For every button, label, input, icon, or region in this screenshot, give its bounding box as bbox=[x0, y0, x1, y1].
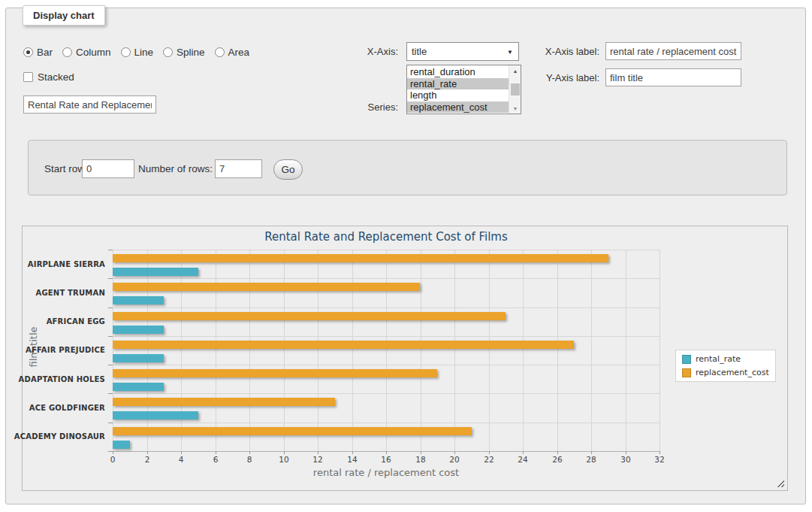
bar-rental_rate[interactable] bbox=[113, 411, 198, 420]
gridline bbox=[454, 250, 455, 451]
series-option-length[interactable]: length bbox=[407, 89, 509, 101]
xaxis-tick-label: 12 bbox=[303, 455, 333, 464]
radio-icon[interactable] bbox=[215, 47, 225, 57]
gridline bbox=[660, 250, 660, 451]
series-option-replacement_cost[interactable]: replacement_cost bbox=[407, 101, 509, 114]
gridline bbox=[523, 250, 524, 451]
legend-item-rental_rate[interactable]: rental_rate bbox=[682, 354, 769, 364]
bar-rental_rate[interactable] bbox=[113, 326, 164, 334]
axis-tick bbox=[557, 451, 558, 454]
chart-type-option-area[interactable]: Area bbox=[215, 47, 250, 58]
radio-icon[interactable] bbox=[163, 47, 173, 57]
series-option-rental_rate[interactable]: rental_rate bbox=[407, 78, 509, 90]
radio-label: Bar bbox=[37, 47, 53, 58]
gridline bbox=[489, 250, 490, 451]
radio-label: Column bbox=[76, 47, 111, 58]
legend-label: replacement_cost bbox=[696, 368, 769, 377]
scroll-down-icon[interactable]: ▼ bbox=[509, 103, 521, 114]
axis-tick bbox=[147, 451, 148, 454]
axis-tick bbox=[108, 278, 113, 279]
category-label: ACADEMY DINOSAUR bbox=[29, 423, 105, 451]
axis-tick bbox=[108, 393, 113, 394]
gridline bbox=[113, 336, 660, 337]
chart-type-option-line[interactable]: Line bbox=[121, 47, 154, 58]
xaxis-tick-label: 16 bbox=[371, 455, 401, 464]
xaxis-label-input[interactable] bbox=[605, 42, 741, 60]
xaxis-tick-label: 22 bbox=[474, 455, 504, 464]
start-row-input[interactable] bbox=[82, 159, 134, 178]
bar-replacement_cost[interactable] bbox=[113, 283, 420, 291]
row-controls-panel: Start row: Number of rows: Go bbox=[28, 140, 787, 195]
xaxis-tick-label: 0 bbox=[98, 455, 128, 464]
axis-tick bbox=[108, 423, 113, 423]
bar-rental_rate[interactable] bbox=[113, 296, 164, 304]
bar-replacement_cost[interactable] bbox=[113, 341, 574, 349]
category-label: AIRPLANE SIERRA bbox=[29, 250, 105, 278]
xaxis-select-value: title bbox=[412, 46, 427, 57]
gridline bbox=[352, 250, 353, 451]
bar-replacement_cost[interactable] bbox=[113, 254, 608, 262]
radio-icon[interactable] bbox=[23, 47, 33, 57]
bar-rental_rate[interactable] bbox=[113, 268, 198, 276]
chart-title-input[interactable] bbox=[23, 95, 156, 114]
radio-icon[interactable] bbox=[62, 47, 72, 57]
go-button[interactable]: Go bbox=[273, 159, 303, 180]
chart-type-option-column[interactable]: Column bbox=[62, 47, 111, 58]
axis-tick bbox=[108, 365, 113, 365]
radio-label: Spline bbox=[177, 47, 205, 58]
axis-tick bbox=[108, 336, 113, 337]
chart-type-option-spline[interactable]: Spline bbox=[163, 47, 205, 58]
axis-tick bbox=[489, 451, 490, 454]
axis-tick bbox=[113, 451, 113, 454]
category-label: ADAPTATION HOLES bbox=[29, 365, 105, 393]
xaxis-select[interactable]: title ▼ bbox=[406, 42, 519, 61]
gridline bbox=[249, 250, 250, 451]
axis-tick bbox=[108, 308, 113, 308]
resize-handle-icon[interactable] bbox=[775, 478, 784, 487]
axis-tick bbox=[284, 451, 285, 454]
chart-title: Rental Rate and Replacement Cost of Film… bbox=[113, 230, 660, 244]
radio-icon[interactable] bbox=[121, 47, 131, 57]
bar-rental_rate[interactable] bbox=[113, 441, 130, 449]
plot-area bbox=[113, 250, 660, 451]
legend-item-replacement_cost[interactable]: replacement_cost bbox=[682, 368, 769, 377]
panel-legend: Display chart bbox=[23, 5, 105, 26]
gridline bbox=[284, 250, 285, 451]
gridline bbox=[113, 365, 660, 365]
bar-replacement_cost[interactable] bbox=[113, 369, 437, 377]
xaxis-tick-label: 20 bbox=[439, 455, 469, 464]
series-listbox[interactable]: rental_durationrental_ratelengthreplacem… bbox=[406, 65, 521, 114]
yaxis-label-input[interactable] bbox=[605, 68, 741, 86]
bar-replacement_cost[interactable] bbox=[113, 312, 506, 320]
gridline bbox=[557, 250, 558, 451]
bar-replacement_cost[interactable] bbox=[113, 398, 335, 406]
gridline bbox=[113, 250, 660, 250]
xaxis-tick-label: 28 bbox=[576, 455, 606, 464]
xaxis-select-label: X-Axis: bbox=[329, 42, 398, 61]
xaxis-tick-label: 18 bbox=[406, 455, 436, 464]
gridline bbox=[113, 250, 113, 451]
chart-legend: rental_ratereplacement_cost bbox=[675, 350, 776, 382]
axis-tick bbox=[523, 451, 524, 454]
stacked-checkbox[interactable] bbox=[23, 72, 33, 82]
bar-rental_rate[interactable] bbox=[113, 354, 164, 362]
category-label: AFFAIR PREJUDICE bbox=[29, 336, 105, 365]
xaxis-tick-label: 6 bbox=[201, 455, 231, 464]
yaxis-label-label: Y-Axis label: bbox=[514, 68, 599, 87]
bar-rental_rate[interactable] bbox=[113, 383, 164, 391]
axis-tick bbox=[454, 451, 455, 454]
gridline bbox=[113, 423, 660, 423]
chart-type-option-bar[interactable]: Bar bbox=[23, 47, 53, 58]
num-rows-label: Number of rows: bbox=[138, 159, 213, 179]
bar-replacement_cost[interactable] bbox=[113, 427, 472, 435]
stacked-row: Stacked bbox=[23, 71, 74, 83]
xaxis-tick-label: 32 bbox=[644, 455, 675, 464]
radio-label: Area bbox=[228, 47, 250, 58]
xaxis-tick-label: 10 bbox=[269, 455, 299, 464]
gridline bbox=[147, 250, 148, 451]
legend-label: rental_rate bbox=[696, 354, 741, 364]
axis-tick bbox=[421, 451, 421, 454]
series-option-rental_duration[interactable]: rental_duration bbox=[407, 66, 509, 78]
chart-type-radiogroup: BarColumnLineSplineArea bbox=[23, 47, 249, 58]
num-rows-input[interactable] bbox=[215, 159, 262, 178]
